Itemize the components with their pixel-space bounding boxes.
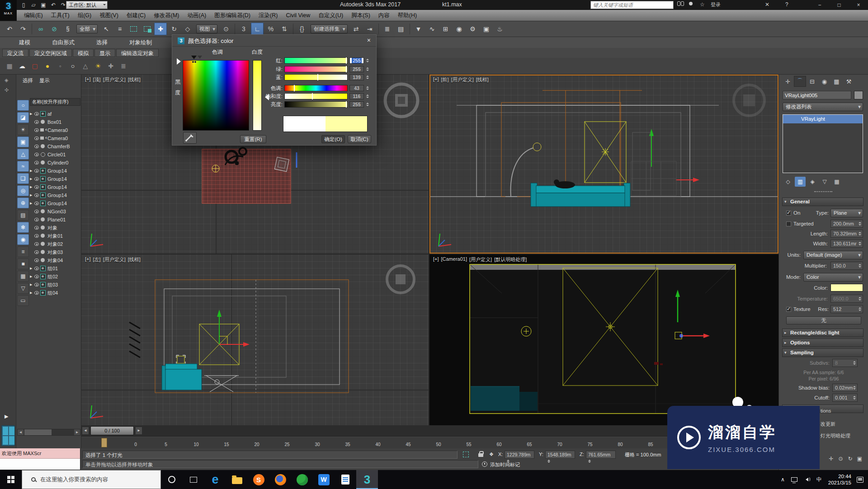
layer-list-icon[interactable]: ▤ (395, 23, 407, 35)
viewport-canvas-front[interactable] (429, 75, 778, 254)
explorer-row[interactable]: ▶ af (30, 110, 81, 118)
slider-gradient-bar[interactable] (284, 93, 348, 99)
ribbon-circle-icon[interactable]: ○ (67, 60, 79, 72)
texture-none-button[interactable]: 无 (786, 316, 861, 324)
modifier-stack[interactable]: VRayLight (783, 114, 863, 173)
taskbar-wps-icon[interactable]: W (313, 470, 335, 489)
eyedropper-button[interactable] (183, 132, 197, 144)
visibility-eye-icon[interactable] (34, 128, 39, 132)
slider-value-field[interactable]: 43 (349, 85, 364, 91)
rollout-rectangle-disc-light[interactable]: Rectangle/disc light (782, 329, 863, 337)
tab-display-icon[interactable]: ▦ (830, 76, 843, 87)
filter-containers-icon[interactable]: ▤ (17, 210, 29, 221)
expand-arrow-icon[interactable]: ▶ (30, 275, 34, 278)
close-scene-icon[interactable]: ✕ (765, 1, 769, 8)
offset-mode-icon[interactable]: ❖ (489, 451, 494, 457)
curve-editor-icon[interactable]: ∿ (426, 23, 439, 35)
taskbar-sogou-icon[interactable]: S (248, 470, 269, 489)
explorer-row[interactable]: ▶ Plane01 (30, 216, 81, 224)
login-link[interactable]: 登录 (711, 1, 721, 8)
explorer-row[interactable]: ▶ Group14 (30, 199, 81, 207)
percent-snap-icon[interactable]: % (264, 23, 277, 35)
workspace-selector[interactable]: 工作区: 默认 (66, 1, 108, 9)
slider-marker[interactable] (317, 74, 318, 80)
expand-tray-icon[interactable]: ▶ (5, 414, 8, 419)
material-editor-icon[interactable]: ◉ (453, 23, 466, 35)
show-end-result-icon[interactable]: ▥ (795, 177, 806, 187)
explorer-menu-item[interactable]: 选择 (23, 77, 33, 84)
target-distance-field[interactable]: 200.0mm (830, 220, 863, 228)
maximize-button[interactable]: □ (830, 0, 849, 10)
select-and-move-icon[interactable]: ✚ (154, 23, 167, 35)
explorer-row[interactable]: ▶ Group14 (30, 167, 81, 175)
tray-volume-icon[interactable] (804, 477, 810, 482)
shadow-bias-field[interactable]: 0.02mm (832, 384, 858, 392)
expand-arrow-icon[interactable]: ▶ (30, 112, 34, 116)
viewport-label[interactable]: [默认明暗处理] (494, 256, 527, 263)
visibility-eye-icon[interactable] (34, 291, 39, 295)
expand-arrow-icon[interactable]: ▶ (30, 283, 34, 287)
align-icon[interactable]: ⇥ (363, 23, 376, 35)
help-search-input[interactable] (590, 1, 674, 9)
undo-icon[interactable]: ↶ (3, 23, 16, 35)
cortana-button[interactable] (161, 470, 183, 489)
tab-hierarchy-icon[interactable]: ⊟ (806, 76, 818, 87)
display-visibility-icon[interactable]: ◉ (17, 234, 29, 245)
viewport-label[interactable]: [顶] (93, 76, 101, 83)
visibility-eye-icon[interactable] (34, 145, 39, 148)
light-gizmo-top[interactable] (212, 165, 219, 172)
ribbon-tab[interactable]: 选择 (85, 37, 118, 48)
select-and-link-icon[interactable]: ∞ (34, 23, 47, 35)
slider-value-field[interactable]: 139 (349, 74, 364, 80)
slider-value-field[interactable]: 255 (349, 66, 364, 72)
viewport-canvas-left[interactable] (81, 254, 429, 425)
hue-blackness-gradient-square[interactable] (183, 60, 249, 131)
visibility-eye-icon[interactable] (34, 169, 39, 173)
filter-xrefs-icon[interactable]: ◎ (17, 185, 29, 196)
z-coordinate-field[interactable]: 761.65mm (586, 451, 616, 459)
slider-marker[interactable] (346, 57, 347, 64)
width-field[interactable]: 130.611mr (830, 240, 863, 248)
expand-arrow-icon[interactable]: ▶ (30, 193, 34, 197)
ribbon-tab[interactable]: 对象绘制 (118, 37, 163, 48)
viewport-label[interactable]: [前] (441, 76, 449, 83)
select-and-scale-icon[interactable]: ◇ (181, 23, 194, 35)
filter-lights-icon[interactable]: ☀ (17, 124, 29, 135)
selection-lock-icon[interactable] (478, 453, 483, 457)
visibility-eye-icon[interactable] (34, 177, 39, 181)
explorer-row[interactable]: ▶ Group14 (30, 191, 81, 199)
edit-named-sets-icon[interactable]: {} (296, 23, 308, 35)
on-checkbox[interactable] (786, 211, 791, 216)
taskbar-firefox-icon[interactable] (269, 470, 291, 489)
slider-marker[interactable] (312, 93, 313, 99)
texture-checkbox[interactable] (786, 307, 791, 312)
nav-ring[interactable] (387, 266, 414, 293)
move-gizmo[interactable] (649, 129, 699, 182)
light-icon-bracket[interactable] (176, 355, 185, 364)
viewport-label[interactable]: [线框] (476, 76, 489, 83)
visibility-eye-icon[interactable] (34, 120, 39, 124)
current-frame-marker[interactable] (101, 438, 107, 447)
reference-coordinate-dropdown[interactable]: 视图 (196, 24, 217, 33)
slider-gradient-bar[interactable] (284, 74, 348, 80)
explorer-row[interactable]: ▶ 对象01 (30, 232, 81, 240)
explorer-row[interactable]: ▶ 组01 (30, 264, 81, 273)
start-button[interactable] (0, 470, 22, 489)
ribbon-list-icon[interactable]: ≣ (118, 60, 129, 72)
schematic-view-icon[interactable]: ⊞ (439, 23, 452, 35)
explorer-row[interactable]: ▶ Cylinder0 (30, 159, 81, 167)
window-crossing-icon[interactable] (141, 23, 153, 35)
display-fill-icon[interactable]: ■ (17, 259, 29, 269)
layer-manager-icon[interactable]: ≣ (381, 23, 394, 35)
visibility-eye-icon[interactable] (34, 267, 39, 270)
explorer-row[interactable]: ▶ 对象03 (30, 248, 81, 256)
scroll-left-icon[interactable]: ◄ (18, 429, 24, 435)
res-field[interactable]: 512 (830, 305, 863, 313)
slider-marker[interactable] (294, 85, 295, 91)
menu-item[interactable]: 工具(T) (47, 10, 74, 21)
taskbar-green-browser-icon[interactable] (291, 470, 313, 489)
ok-button[interactable]: 确定(O) (321, 135, 345, 143)
use-pivot-center-icon[interactable]: ⊙ (220, 23, 232, 35)
menu-item[interactable]: 编辑(E) (20, 10, 47, 21)
viewport-label[interactable]: [用户定义] (103, 76, 126, 83)
